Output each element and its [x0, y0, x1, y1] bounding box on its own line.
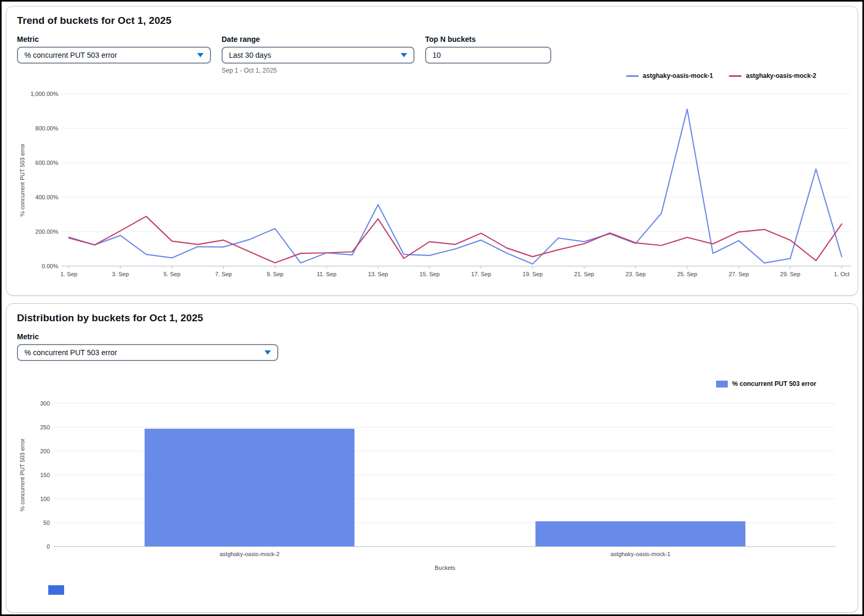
x-tick-label: 27. Sep [729, 271, 749, 277]
x-tick-label: 17. Sep [471, 271, 491, 277]
y-tick-label: 400.00% [36, 194, 59, 200]
chevron-down-icon [401, 53, 407, 57]
top-n-input[interactable] [425, 47, 551, 64]
trend-panel-title: Trend of buckets for Oct 1, 2025 [17, 15, 847, 27]
date-range-caption: Sep 1 - Oct 1, 2025 [222, 67, 415, 74]
legend-item-mock-2[interactable]: astghaky-oasis-mock-2 [729, 72, 816, 80]
x-tick-label: 3. Sep [112, 271, 129, 277]
legend-line-swatch [729, 75, 742, 77]
date-range-select-value: Last 30 days [229, 51, 271, 59]
y-tick-label: 0 [47, 543, 50, 550]
legend-line-swatch [626, 75, 639, 77]
distribution-legend: % concurrent PUT 503 error [17, 380, 847, 388]
legend-item-mock-1[interactable]: astghaky-oasis-mock-1 [626, 72, 713, 80]
metric-select[interactable]: % concurrent PUT 503 error [17, 47, 211, 64]
legend-label: astghaky-oasis-mock-1 [643, 72, 713, 80]
metric-field: Metric % concurrent PUT 503 error [17, 332, 278, 361]
distribution-controls: Metric % concurrent PUT 503 error [17, 332, 847, 361]
top-n-label: Top N buckets [425, 35, 551, 43]
distribution-panel: Distribution by buckets for Oct 1, 2025 … [6, 303, 858, 613]
x-tick-label: 5. Sep [163, 271, 180, 277]
x-tick-label: 13. Sep [368, 271, 388, 277]
x-tick-label: 9. Sep [267, 271, 284, 277]
x-tick-label: 1. Oct [834, 271, 849, 277]
legend-square-swatch [716, 381, 728, 388]
metric-label: Metric [17, 35, 211, 43]
x-tick-label: 7. Sep [215, 271, 232, 277]
y-tick-label: 0.00% [42, 263, 58, 269]
bar-astghaky-oasis-mock-2[interactable] [145, 429, 355, 547]
legend-label: % concurrent PUT 503 error [732, 380, 816, 388]
distribution-metric-select[interactable]: % concurrent PUT 503 error [17, 344, 278, 361]
x-tick-label: 23. Sep [625, 271, 646, 277]
distribution-bar-chart: 050100150200250300astghaky-oasis-mock-2a… [17, 388, 854, 578]
x-tick-label: 19. Sep [523, 271, 543, 277]
y-axis-title: % concurrent PUT 503 error [19, 438, 25, 512]
date-range-label: Date range [222, 35, 415, 43]
legend-item-put-503[interactable]: % concurrent PUT 503 error [716, 380, 816, 388]
y-axis-title: % concurrent PUT 503 error [19, 143, 25, 216]
dashboard-page: { "trend_panel": { "title": "Trend of bu… [0, 0, 864, 616]
y-tick-label: 100 [40, 496, 50, 502]
top-n-field: Top N buckets [425, 35, 551, 74]
trend-series-astghaky-oasis-mock-1[interactable] [69, 109, 842, 264]
chevron-down-icon [197, 53, 204, 57]
date-range-field: Date range Last 30 days Sep 1 - Oct 1, 2… [222, 35, 415, 74]
y-tick-label: 800.00% [36, 125, 59, 131]
grid-lines [61, 94, 851, 232]
bottom-left-blue-swatch [48, 585, 64, 595]
distribution-panel-title: Distribution by buckets for Oct 1, 2025 [17, 312, 847, 324]
x-tick-label: 25. Sep [677, 271, 697, 277]
x-axis-title: Buckets [435, 565, 456, 571]
trend-panel: Trend of buckets for Oct 1, 2025 Metric … [6, 6, 858, 296]
distribution-metric-select-value: % concurrent PUT 503 error [24, 348, 117, 357]
chevron-down-icon [265, 350, 271, 355]
x-tick-label: astghaky-oasis-mock-2 [219, 551, 279, 557]
x-tick-label: 21. Sep [574, 271, 594, 277]
x-tick-label: 11. Sep [316, 271, 336, 277]
x-tick-label: astghaky-oasis-mock-1 [611, 551, 671, 557]
x-tick-label: 15. Sep [419, 271, 439, 277]
metric-select-value: % concurrent PUT 503 error [24, 51, 117, 59]
y-tick-label: 50 [43, 520, 50, 526]
bar-astghaky-oasis-mock-1[interactable] [535, 521, 745, 547]
y-tick-label: 200 [40, 448, 50, 454]
y-tick-label: 250 [40, 424, 50, 430]
legend-label: astghaky-oasis-mock-2 [746, 72, 816, 80]
y-tick-label: 1,000.00% [30, 91, 58, 97]
trend-controls: Metric % concurrent PUT 503 error Date r… [17, 35, 847, 74]
y-tick-label: 200.00% [36, 228, 59, 235]
metric-label: Metric [17, 332, 278, 341]
date-range-select[interactable]: Last 30 days [222, 47, 415, 64]
metric-field: Metric % concurrent PUT 503 error [17, 35, 211, 74]
trend-line-chart: 0.00%200.00%400.00%600.00%800.00%1,000.0… [17, 80, 854, 282]
x-tick-label: 1. Sep [60, 271, 77, 277]
x-tick-label: 29. Sep [780, 271, 800, 277]
trend-series-astghaky-oasis-mock-2[interactable] [69, 216, 842, 263]
y-tick-label: 150 [40, 472, 50, 478]
y-tick-label: 300 [40, 400, 50, 407]
y-tick-label: 600.00% [36, 160, 59, 166]
